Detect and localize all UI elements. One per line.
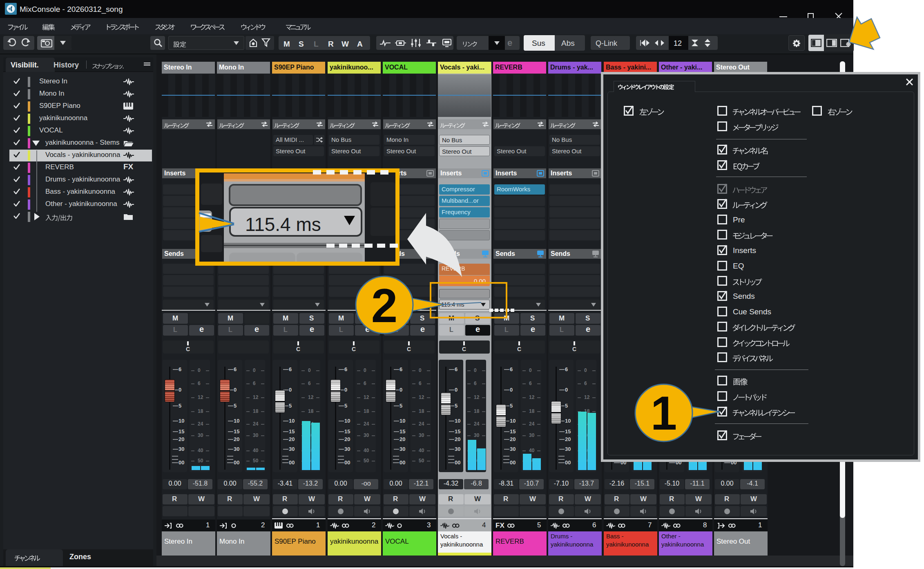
svg-text:2: 2 (371, 279, 398, 332)
svg-text:1: 1 (651, 387, 677, 440)
